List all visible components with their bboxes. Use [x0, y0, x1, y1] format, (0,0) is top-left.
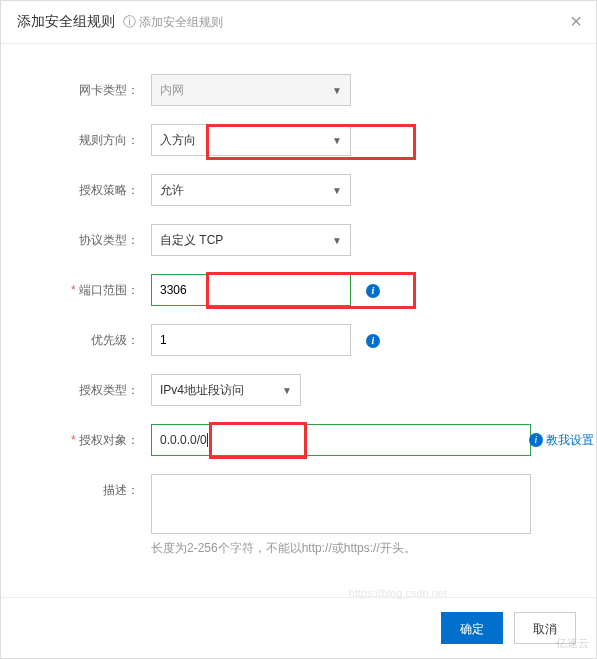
close-icon[interactable]: × [570, 11, 582, 31]
row-priority: 优先级： i [41, 324, 546, 356]
chevron-down-icon: ▼ [282, 385, 292, 396]
select-direction-value: 入方向 [160, 132, 196, 149]
select-auth-type-value: IPv4地址段访问 [160, 382, 244, 399]
textarea-description[interactable] [160, 481, 522, 527]
row-description: 描述： [41, 474, 546, 534]
select-auth-type[interactable]: IPv4地址段访问 ▼ [151, 374, 301, 406]
info-icon[interactable]: i [366, 324, 380, 356]
modal-title: 添加安全组规则 [17, 13, 115, 31]
row-auth-object: 授权对象： 0.0.0.0/0 i 教我设置 [41, 424, 546, 456]
row-nic-type: 网卡类型： 内网 ▼ [41, 74, 546, 106]
modal-body: 网卡类型： 内网 ▼ 规则方向： 入方向 ▼ 授权策略： [1, 44, 596, 597]
input-port-range-wrap[interactable] [151, 274, 351, 306]
modal-footer: 确定 取消 [1, 597, 596, 658]
label-port-range: 端口范围： [41, 274, 151, 306]
chevron-down-icon: ▼ [332, 85, 342, 96]
chevron-down-icon: ▼ [332, 135, 342, 146]
ok-button[interactable]: 确定 [441, 612, 503, 644]
watermark-csdn: https://blog.csdn.net [349, 587, 447, 599]
help-link-text: 添加安全组规则 [139, 14, 223, 31]
input-priority[interactable] [160, 325, 342, 355]
input-auth-object-value: 0.0.0.0/0 [160, 433, 207, 447]
select-nic-type-value: 内网 [160, 82, 184, 99]
help-icon: ⓘ [123, 13, 136, 31]
input-auth-object-wrap[interactable]: 0.0.0.0/0 [151, 424, 531, 456]
help-link[interactable]: ⓘ 添加安全组规则 [123, 13, 223, 31]
description-hint: 长度为2-256个字符，不能以http://或https://开头。 [151, 540, 546, 557]
row-protocol: 协议类型： 自定义 TCP ▼ [41, 224, 546, 256]
label-priority: 优先级： [41, 324, 151, 356]
add-security-rule-modal: 添加安全组规则 ⓘ 添加安全组规则 × 网卡类型： 内网 ▼ 规则方向： 入方向… [0, 0, 597, 659]
label-policy: 授权策略： [41, 174, 151, 206]
select-nic-type: 内网 ▼ [151, 74, 351, 106]
label-direction: 规则方向： [41, 124, 151, 156]
label-protocol: 协议类型： [41, 224, 151, 256]
modal-header: 添加安全组规则 ⓘ 添加安全组规则 × [1, 1, 596, 44]
select-policy-value: 允许 [160, 182, 184, 199]
textarea-description-wrap[interactable] [151, 474, 531, 534]
info-icon[interactable]: i [366, 274, 380, 306]
row-port-range: 端口范围： i [41, 274, 546, 306]
chevron-down-icon: ▼ [332, 185, 342, 196]
row-auth-type: 授权类型： IPv4地址段访问 ▼ [41, 374, 546, 406]
select-protocol[interactable]: 自定义 TCP ▼ [151, 224, 351, 256]
label-auth-type: 授权类型： [41, 374, 151, 406]
row-policy: 授权策略： 允许 ▼ [41, 174, 546, 206]
select-direction[interactable]: 入方向 ▼ [151, 124, 351, 156]
select-policy[interactable]: 允许 ▼ [151, 174, 351, 206]
chevron-down-icon: ▼ [332, 235, 342, 246]
label-auth-object: 授权对象： [41, 424, 151, 456]
input-priority-wrap[interactable] [151, 324, 351, 356]
watermark-yisu: 亿速云 [556, 636, 589, 651]
teach-link[interactable]: i 教我设置 [529, 424, 594, 456]
input-port-range[interactable] [160, 275, 342, 305]
teach-link-text: 教我设置 [546, 424, 594, 456]
info-icon: i [529, 433, 543, 447]
label-nic-type: 网卡类型： [41, 74, 151, 106]
select-protocol-value: 自定义 TCP [160, 232, 223, 249]
label-description: 描述： [41, 474, 151, 506]
row-direction: 规则方向： 入方向 ▼ [41, 124, 546, 156]
